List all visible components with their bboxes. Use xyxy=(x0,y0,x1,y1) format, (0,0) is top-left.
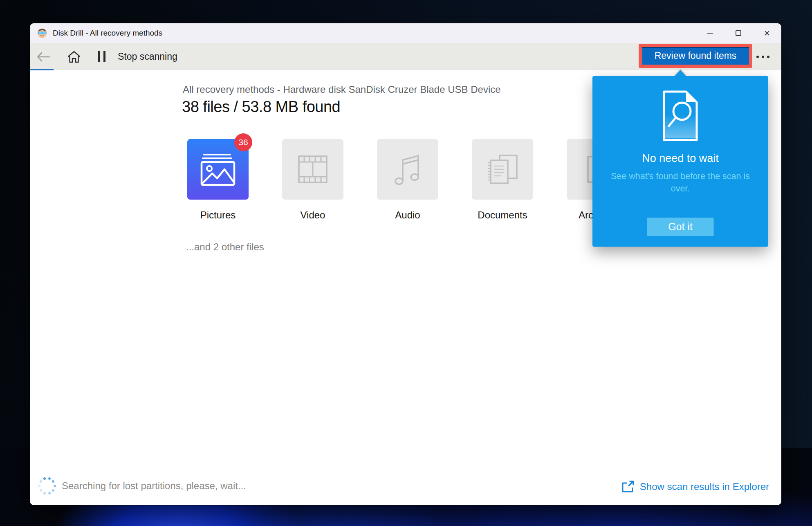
got-it-button[interactable]: Got it xyxy=(647,218,714,236)
back-button[interactable] xyxy=(35,48,52,65)
audio-label: Audio xyxy=(395,209,420,221)
pictures-icon xyxy=(199,152,237,187)
loading-spinner-icon xyxy=(38,477,56,495)
video-tile[interactable] xyxy=(282,139,343,200)
scan-status: Searching for lost partitions, please, w… xyxy=(38,477,246,495)
scan-status-text: Searching for lost partitions, please, w… xyxy=(62,480,246,492)
documents-tile[interactable] xyxy=(472,139,533,200)
pictures-tile[interactable]: 36 xyxy=(187,139,249,200)
category-audio[interactable]: Audio xyxy=(377,139,438,221)
caption-buttons: ✕ xyxy=(695,23,781,43)
file-category-tiles: 36 Pictures xyxy=(187,139,628,221)
search-document-icon xyxy=(661,90,700,142)
close-icon: ✕ xyxy=(764,29,770,37)
audio-tile[interactable] xyxy=(377,139,438,200)
category-video[interactable]: Video xyxy=(282,139,343,221)
minimize-icon xyxy=(707,33,713,34)
audio-icon xyxy=(394,153,421,185)
window-title: Disk Drill - All recovery methods xyxy=(53,29,162,38)
show-scan-results-label: Show scan results in Explorer xyxy=(640,481,769,492)
show-in-explorer-link[interactable]: Show scan results in Explorer xyxy=(621,481,769,493)
pause-icon xyxy=(98,51,100,62)
disk-drill-window: Disk Drill - All recovery methods ✕ xyxy=(30,23,781,505)
review-button-highlight: Review found items xyxy=(639,44,752,68)
pictures-label: Pictures xyxy=(200,209,236,221)
ellipsis-icon xyxy=(756,56,759,58)
more-options-button[interactable] xyxy=(750,43,776,70)
tooltip-title: No need to wait xyxy=(592,152,768,165)
maximize-button[interactable] xyxy=(724,23,753,43)
home-icon xyxy=(67,50,81,63)
minimize-button[interactable] xyxy=(695,23,724,43)
scan-subtitle: All recovery methods - Hardware disk San… xyxy=(183,84,501,95)
video-icon xyxy=(297,155,328,184)
desktop: Disk Drill - All recovery methods ✕ xyxy=(0,0,812,526)
review-found-items-button[interactable]: Review found items xyxy=(642,47,749,65)
tooltip-arrow xyxy=(674,70,686,76)
scan-heading: 38 files / 53.8 MB found xyxy=(182,98,340,116)
pause-scan-button[interactable] xyxy=(95,48,109,65)
video-label: Video xyxy=(301,209,325,221)
other-files-note: ...and 2 other files xyxy=(186,241,264,253)
title-bar[interactable]: Disk Drill - All recovery methods ✕ xyxy=(30,23,781,43)
documents-icon xyxy=(486,153,519,186)
no-need-to-wait-tooltip: No need to wait See what's found before … xyxy=(592,76,768,247)
maximize-icon xyxy=(736,30,741,36)
disk-drill-app-icon xyxy=(37,28,47,38)
close-button[interactable]: ✕ xyxy=(753,23,781,43)
category-pictures[interactable]: 36 Pictures xyxy=(187,139,249,221)
pictures-count-badge: 36 xyxy=(234,133,252,151)
stop-scanning-button[interactable]: Stop scanning xyxy=(118,51,177,62)
tooltip-body: See what's found before the scan is over… xyxy=(607,170,754,195)
back-arrow-icon xyxy=(36,51,51,63)
category-documents[interactable]: Documents xyxy=(472,139,533,221)
open-external-icon xyxy=(621,481,635,493)
home-button[interactable] xyxy=(65,48,83,65)
documents-label: Documents xyxy=(478,209,527,221)
